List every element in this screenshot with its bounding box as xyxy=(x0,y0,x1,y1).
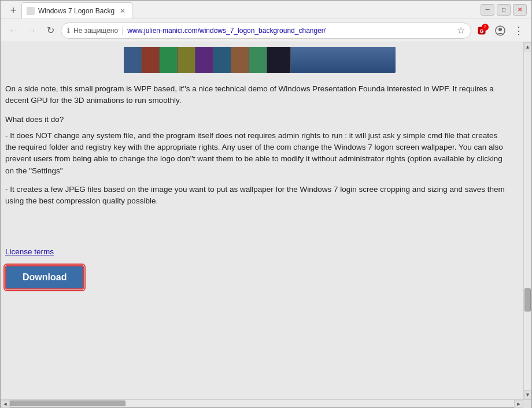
tab-close-button[interactable]: ✕ xyxy=(118,6,127,16)
toolbar-icons: G 2 ⋮ xyxy=(474,23,527,39)
close-button[interactable]: ✕ xyxy=(513,4,527,16)
title-bar: + Windows 7 Logon Backg ✕ ─ □ ✕ xyxy=(1,1,531,19)
scroll-track[interactable] xyxy=(524,51,531,390)
horizontal-scrollbar[interactable]: ◄ ► xyxy=(1,399,531,407)
forward-button[interactable]: → xyxy=(24,23,40,39)
back-icon: ← xyxy=(9,25,18,36)
address-bar[interactable]: ℹ Не защищено | www.julien-manici.com/wi… xyxy=(61,23,471,39)
section-heading: What does it do? xyxy=(5,114,514,125)
active-tab[interactable]: Windows 7 Logon Backg ✕ xyxy=(21,2,132,18)
extensions-button[interactable]: G 2 xyxy=(474,23,490,39)
refresh-button[interactable]: ↻ xyxy=(42,23,58,39)
vertical-scrollbar[interactable]: ▲ ▼ xyxy=(523,42,531,399)
refresh-icon: ↻ xyxy=(47,25,54,36)
h-scroll-thumb[interactable] xyxy=(10,400,125,406)
lock-icon: ℹ xyxy=(67,27,70,35)
scroll-right-button[interactable]: ► xyxy=(514,400,523,408)
h-scroll-track[interactable] xyxy=(10,400,514,407)
download-button[interactable]: Download xyxy=(5,265,84,290)
scrollbar-corner xyxy=(523,400,531,408)
more-icon: ⋮ xyxy=(513,24,524,37)
scroll-down-button[interactable]: ▼ xyxy=(524,390,532,399)
scroll-up-button[interactable]: ▲ xyxy=(524,42,532,51)
screenshot-strip xyxy=(124,47,396,73)
bullet-item-2: - It creates a few JPEG files based on t… xyxy=(5,184,514,207)
account-button[interactable] xyxy=(492,23,508,39)
page-content-area: On a side note, this small program is WP… xyxy=(1,42,531,399)
new-tab-button[interactable]: + xyxy=(5,2,21,18)
scroll-left-button[interactable]: ◄ xyxy=(1,400,10,408)
intro-text: On a side note, this small program is WP… xyxy=(5,84,494,105)
content-body: On a side note, this small program is WP… xyxy=(1,42,523,299)
svg-point-3 xyxy=(498,28,502,31)
scroll-thumb[interactable] xyxy=(524,288,531,311)
tab-title: Windows 7 Logon Backg xyxy=(38,7,114,15)
minimize-button[interactable]: ─ xyxy=(481,4,494,16)
back-button[interactable]: ← xyxy=(5,23,21,39)
maximize-button[interactable]: □ xyxy=(497,4,511,16)
intro-paragraph: On a side note, this small program is WP… xyxy=(5,83,514,107)
bullet-text-2: - It creates a few JPEG files based on t… xyxy=(5,185,505,205)
bullet-text-1: - It does NOT change any system file, an… xyxy=(5,131,503,175)
forward-icon: → xyxy=(27,25,36,36)
address-separator: | xyxy=(121,25,124,36)
insecure-label: Не защищено xyxy=(73,27,118,35)
tab-favicon xyxy=(27,7,35,15)
more-menu-button[interactable]: ⋮ xyxy=(511,23,527,39)
window-controls: ─ □ ✕ xyxy=(481,4,527,16)
license-terms-link[interactable]: License terms xyxy=(5,246,514,258)
bookmark-star-icon[interactable]: ☆ xyxy=(457,25,465,36)
navigation-bar: ← → ↻ ℹ Не защищено | www.julien-manici.… xyxy=(1,19,531,42)
extensions-badge: 2 xyxy=(482,24,489,31)
bullet-item-1: - It does NOT change any system file, an… xyxy=(5,130,514,177)
scrollable-content: On a side note, this small program is WP… xyxy=(1,42,523,399)
url-display[interactable]: www.julien-manici.com/windows_7_logon_ba… xyxy=(127,27,453,35)
browser-window: + Windows 7 Logon Backg ✕ ─ □ ✕ ← → ↻ ℹ … xyxy=(0,0,532,408)
tab-bar: + Windows 7 Logon Backg ✕ xyxy=(5,1,476,18)
